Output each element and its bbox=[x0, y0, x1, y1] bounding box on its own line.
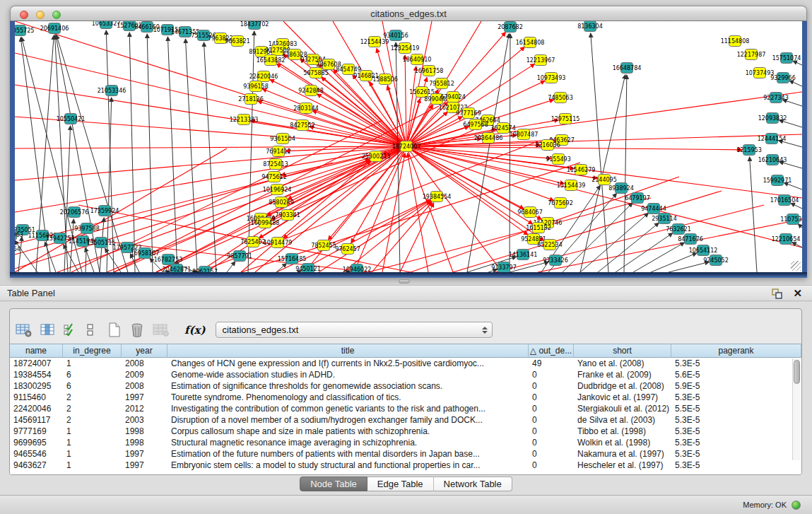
graph-node[interactable]: 7903341 bbox=[275, 210, 300, 221]
graph-node[interactable]: 8216036 bbox=[535, 140, 560, 151]
table-row[interactable]: 969969511998Structural magnetic resonanc… bbox=[10, 437, 801, 448]
table-scrollbar[interactable] bbox=[792, 358, 801, 460]
float-window-icon[interactable] bbox=[772, 288, 782, 299]
delete-column-icon[interactable] bbox=[129, 321, 145, 339]
close-panel-icon[interactable]: ✕ bbox=[793, 287, 802, 300]
black-edge[interactable] bbox=[669, 262, 709, 272]
red-edge[interactable] bbox=[406, 146, 802, 198]
header-cell-pagerank[interactable]: pagerank bbox=[671, 344, 801, 358]
header-cell-name[interactable]: name bbox=[10, 344, 63, 358]
canvas-resize-grip[interactable] bbox=[791, 261, 801, 271]
graph-node[interactable]: 9155493 bbox=[546, 154, 571, 165]
graph-node[interactable]: 11546279 bbox=[567, 165, 596, 175]
graph-node[interactable]: 9663821 bbox=[225, 36, 250, 47]
black-edge[interactable] bbox=[651, 253, 697, 272]
black-edge[interactable] bbox=[591, 33, 608, 272]
black-edge[interactable] bbox=[791, 203, 802, 209]
graph-node[interactable]: 8136304 bbox=[577, 21, 603, 32]
red-edge[interactable] bbox=[400, 203, 434, 272]
red-edge[interactable] bbox=[406, 146, 742, 150]
graph-node[interactable]: 7632621 bbox=[666, 224, 691, 235]
graph-node[interactable]: 10946022 bbox=[343, 264, 372, 273]
black-edge[interactable] bbox=[167, 37, 177, 272]
graph-node[interactable]: 8938924 bbox=[608, 183, 634, 194]
red-edge[interactable] bbox=[405, 55, 406, 146]
graph-node[interactable]: 9397588 bbox=[74, 223, 100, 234]
graph-node[interactable]: 10550421 bbox=[57, 114, 86, 124]
graph-node[interactable]: 22420046 bbox=[249, 71, 278, 82]
graph-node[interactable]: 12444154 bbox=[758, 134, 787, 144]
network-window-titlebar[interactable]: citations_edges.txt bbox=[10, 6, 807, 21]
graph-node[interactable]: 13505115 bbox=[87, 238, 116, 248]
black-edge[interactable] bbox=[129, 33, 135, 272]
graph-node[interactable]: 17016504 bbox=[770, 195, 799, 206]
table-row[interactable]: 946554611997Estimation of the future num… bbox=[10, 448, 801, 460]
tab-edge-table[interactable]: Edge Table bbox=[367, 477, 434, 491]
graph-node[interactable]: 8580249 bbox=[269, 197, 294, 208]
table-mode-icon[interactable] bbox=[16, 321, 33, 339]
graph-node[interactable]: 20364486 bbox=[474, 133, 503, 144]
graph-node[interactable]: 16782753 bbox=[154, 255, 183, 265]
graph-node[interactable]: 9684067 bbox=[517, 207, 543, 218]
graph-node[interactable]: 15154439 bbox=[557, 180, 586, 191]
graph-node[interactable]: 12325419 bbox=[391, 43, 420, 54]
graph-node[interactable]: 2935114 bbox=[652, 214, 677, 224]
table-select[interactable]: citations_edges.txt bbox=[216, 322, 493, 338]
header-cell-in_degree[interactable]: in_degree bbox=[63, 344, 122, 358]
graph-node[interactable]: 10914479 bbox=[264, 238, 293, 248]
black-edge[interactable] bbox=[580, 214, 648, 272]
graph-node[interactable]: 7852455 bbox=[311, 240, 336, 251]
table-row[interactable]: 946362711997Embryonic stem cells: a mode… bbox=[10, 460, 801, 471]
red-edge[interactable] bbox=[406, 146, 551, 158]
tab-node-table[interactable]: Node Table bbox=[300, 477, 367, 491]
graph-node[interactable]: 8215953 bbox=[736, 145, 762, 156]
graph-node[interactable]: 9475612 bbox=[261, 172, 287, 182]
graph-node[interactable]: 2016054 bbox=[15, 244, 20, 255]
create-column-icon[interactable] bbox=[107, 321, 122, 339]
red-edge[interactable] bbox=[15, 148, 227, 272]
black-edge[interactable] bbox=[227, 262, 235, 272]
graph-node[interactable]: 18437702 bbox=[240, 21, 269, 30]
table-row[interactable]: 2242004622012Investigating the contribut… bbox=[10, 403, 801, 414]
graph-node[interactable]: 12213967 bbox=[526, 55, 555, 66]
black-edge[interactable] bbox=[45, 242, 56, 272]
black-edge[interactable] bbox=[563, 203, 632, 272]
graph-node[interactable]: 10807487 bbox=[510, 129, 539, 140]
black-edge[interactable] bbox=[204, 42, 216, 272]
table-row[interactable]: 1830029562008Estimation of significance … bbox=[10, 380, 801, 392]
table-row[interactable]: 1938455462009Genome-wide association stu… bbox=[10, 369, 801, 380]
graph-node[interactable]: 1615132 bbox=[526, 223, 551, 233]
red-edge[interactable] bbox=[372, 202, 432, 272]
red-edge[interactable] bbox=[319, 200, 431, 272]
black-edge[interactable] bbox=[750, 157, 757, 272]
graph-node[interactable]: 9227343 bbox=[763, 93, 789, 103]
clear-selection-icon[interactable] bbox=[86, 321, 95, 339]
graph-node[interactable]: 12975115 bbox=[551, 114, 580, 124]
graph-node[interactable]: 8471676 bbox=[678, 234, 703, 245]
graph-node[interactable]: 9242848 bbox=[298, 86, 324, 96]
graph-node[interactable]: 10654112 bbox=[689, 245, 718, 256]
graph-node[interactable]: 2144095 bbox=[592, 175, 617, 185]
graph-node[interactable]: 20206576 bbox=[60, 207, 89, 218]
black-edge[interactable] bbox=[85, 247, 94, 272]
red-edge[interactable] bbox=[406, 92, 802, 146]
graph-node[interactable]: 10973493 bbox=[537, 73, 566, 83]
header-cell-year[interactable]: year bbox=[122, 344, 167, 358]
select-rows-icon[interactable] bbox=[64, 321, 78, 339]
graph-node[interactable]: 6497568 bbox=[463, 119, 488, 130]
graph-node[interactable]: 20462871 bbox=[163, 264, 192, 273]
graph-node[interactable]: 12213383 bbox=[230, 115, 259, 125]
graph-node[interactable]: 6479197 bbox=[625, 193, 650, 204]
graph-node[interactable]: 7625402 bbox=[240, 237, 266, 247]
table-row[interactable]: 977716911998Corpus callosum shape and si… bbox=[10, 426, 801, 437]
graph-node[interactable]: 21053346 bbox=[98, 86, 126, 96]
graph-node[interactable]: 16961758 bbox=[415, 66, 444, 76]
graph-node[interactable]: 7955812 bbox=[429, 78, 454, 89]
black-edge[interactable] bbox=[147, 34, 153, 272]
graph-node[interactable]: 16648784 bbox=[613, 63, 642, 74]
graph-node[interactable]: 12093832 bbox=[758, 113, 787, 124]
graph-node[interactable]: 15716485 bbox=[278, 254, 307, 264]
black-edge[interactable] bbox=[793, 61, 802, 65]
graph-node[interactable]: 7691412 bbox=[266, 146, 291, 157]
graph-node[interactable]: 2718126 bbox=[238, 94, 264, 105]
